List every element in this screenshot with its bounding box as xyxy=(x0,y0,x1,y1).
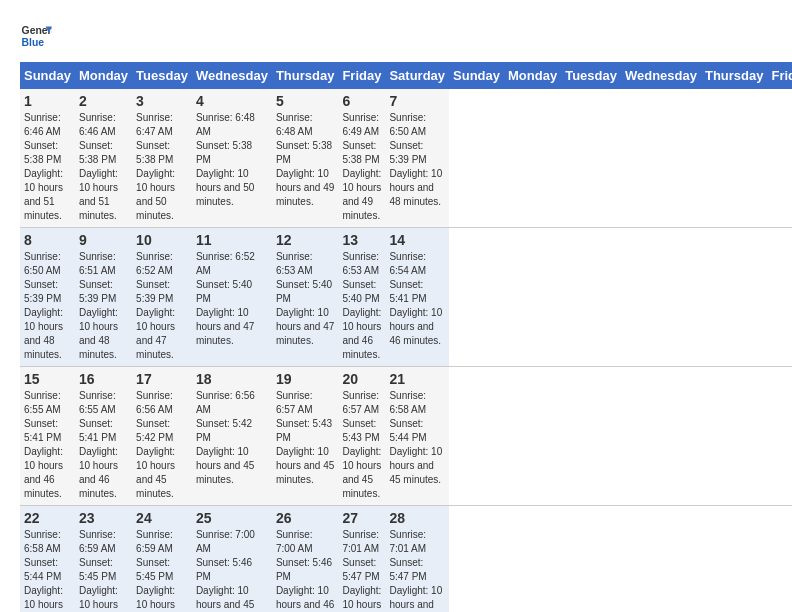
day-info: Sunrise: 6:46 AM Sunset: 5:38 PM Dayligh… xyxy=(24,111,71,223)
calendar-cell: 18 Sunrise: 6:56 AM Sunset: 5:42 PM Dayl… xyxy=(192,367,272,506)
day-info: Sunrise: 6:50 AM Sunset: 5:39 PM Dayligh… xyxy=(24,250,71,362)
logo: General Blue xyxy=(20,20,52,52)
day-info: Sunrise: 6:57 AM Sunset: 5:43 PM Dayligh… xyxy=(342,389,381,501)
day-info: Sunrise: 6:53 AM Sunset: 5:40 PM Dayligh… xyxy=(342,250,381,362)
col-header-friday: Friday xyxy=(338,62,385,89)
day-info: Sunrise: 6:56 AM Sunset: 5:42 PM Dayligh… xyxy=(196,389,268,487)
calendar-cell: 27 Sunrise: 7:01 AM Sunset: 5:47 PM Dayl… xyxy=(338,506,385,613)
calendar-cell: 2 Sunrise: 6:46 AM Sunset: 5:38 PM Dayli… xyxy=(75,89,132,228)
day-info: Sunrise: 6:52 AM Sunset: 5:40 PM Dayligh… xyxy=(196,250,268,348)
day-info: Sunrise: 6:47 AM Sunset: 5:38 PM Dayligh… xyxy=(136,111,188,223)
day-number: 2 xyxy=(79,93,128,109)
calendar-cell: 10 Sunrise: 6:52 AM Sunset: 5:39 PM Dayl… xyxy=(132,228,192,367)
calendar-cell: 28 Sunrise: 7:01 AM Sunset: 5:47 PM Dayl… xyxy=(385,506,449,613)
calendar-cell: 12 Sunrise: 6:53 AM Sunset: 5:40 PM Dayl… xyxy=(272,228,339,367)
day-number: 4 xyxy=(196,93,268,109)
calendar-cell: 7 Sunrise: 6:50 AM Sunset: 5:39 PM Dayli… xyxy=(385,89,449,228)
week-row-4: 22 Sunrise: 6:58 AM Sunset: 5:44 PM Dayl… xyxy=(20,506,792,613)
day-number: 11 xyxy=(196,232,268,248)
day-info: Sunrise: 6:46 AM Sunset: 5:38 PM Dayligh… xyxy=(79,111,128,223)
calendar-cell: 4 Sunrise: 6:48 AM Sunset: 5:38 PM Dayli… xyxy=(192,89,272,228)
day-number: 5 xyxy=(276,93,335,109)
col-header-friday: Friday xyxy=(767,62,792,89)
col-header-saturday: Saturday xyxy=(385,62,449,89)
calendar-table: SundayMondayTuesdayWednesdayThursdayFrid… xyxy=(20,62,792,612)
day-number: 16 xyxy=(79,371,128,387)
day-info: Sunrise: 6:55 AM Sunset: 5:41 PM Dayligh… xyxy=(79,389,128,501)
day-number: 1 xyxy=(24,93,71,109)
day-number: 26 xyxy=(276,510,335,526)
calendar-cell: 6 Sunrise: 6:49 AM Sunset: 5:38 PM Dayli… xyxy=(338,89,385,228)
week-row-1: 1 Sunrise: 6:46 AM Sunset: 5:38 PM Dayli… xyxy=(20,89,792,228)
day-number: 10 xyxy=(136,232,188,248)
calendar-cell: 11 Sunrise: 6:52 AM Sunset: 5:40 PM Dayl… xyxy=(192,228,272,367)
week-row-2: 8 Sunrise: 6:50 AM Sunset: 5:39 PM Dayli… xyxy=(20,228,792,367)
col-header-monday: Monday xyxy=(75,62,132,89)
calendar-cell: 5 Sunrise: 6:48 AM Sunset: 5:38 PM Dayli… xyxy=(272,89,339,228)
day-number: 24 xyxy=(136,510,188,526)
calendar-cell: 14 Sunrise: 6:54 AM Sunset: 5:41 PM Dayl… xyxy=(385,228,449,367)
calendar-cell: 21 Sunrise: 6:58 AM Sunset: 5:44 PM Dayl… xyxy=(385,367,449,506)
day-info: Sunrise: 6:54 AM Sunset: 5:41 PM Dayligh… xyxy=(389,250,445,348)
calendar-cell: 3 Sunrise: 6:47 AM Sunset: 5:38 PM Dayli… xyxy=(132,89,192,228)
day-number: 12 xyxy=(276,232,335,248)
col-header-thursday: Thursday xyxy=(701,62,768,89)
calendar-cell: 22 Sunrise: 6:58 AM Sunset: 5:44 PM Dayl… xyxy=(20,506,75,613)
day-number: 15 xyxy=(24,371,71,387)
day-info: Sunrise: 6:52 AM Sunset: 5:39 PM Dayligh… xyxy=(136,250,188,362)
day-info: Sunrise: 6:48 AM Sunset: 5:38 PM Dayligh… xyxy=(276,111,335,209)
calendar-cell: 20 Sunrise: 6:57 AM Sunset: 5:43 PM Dayl… xyxy=(338,367,385,506)
calendar-header-row: SundayMondayTuesdayWednesdayThursdayFrid… xyxy=(20,62,792,89)
day-info: Sunrise: 6:48 AM Sunset: 5:38 PM Dayligh… xyxy=(196,111,268,209)
calendar-cell: 8 Sunrise: 6:50 AM Sunset: 5:39 PM Dayli… xyxy=(20,228,75,367)
calendar-cell: 9 Sunrise: 6:51 AM Sunset: 5:39 PM Dayli… xyxy=(75,228,132,367)
calendar-cell: 13 Sunrise: 6:53 AM Sunset: 5:40 PM Dayl… xyxy=(338,228,385,367)
calendar-cell: 26 Sunrise: 7:00 AM Sunset: 5:46 PM Dayl… xyxy=(272,506,339,613)
calendar-cell: 17 Sunrise: 6:56 AM Sunset: 5:42 PM Dayl… xyxy=(132,367,192,506)
day-info: Sunrise: 7:01 AM Sunset: 5:47 PM Dayligh… xyxy=(342,528,381,612)
day-number: 19 xyxy=(276,371,335,387)
col-header-monday: Monday xyxy=(504,62,561,89)
logo-icon: General Blue xyxy=(20,20,52,52)
day-info: Sunrise: 6:59 AM Sunset: 5:45 PM Dayligh… xyxy=(136,528,188,612)
day-info: Sunrise: 7:00 AM Sunset: 5:46 PM Dayligh… xyxy=(196,528,268,612)
day-number: 9 xyxy=(79,232,128,248)
day-info: Sunrise: 6:57 AM Sunset: 5:43 PM Dayligh… xyxy=(276,389,335,487)
day-number: 22 xyxy=(24,510,71,526)
day-number: 25 xyxy=(196,510,268,526)
day-info: Sunrise: 6:58 AM Sunset: 5:44 PM Dayligh… xyxy=(389,389,445,487)
col-header-sunday: Sunday xyxy=(449,62,504,89)
day-number: 3 xyxy=(136,93,188,109)
col-header-sunday: Sunday xyxy=(20,62,75,89)
calendar-cell: 16 Sunrise: 6:55 AM Sunset: 5:41 PM Dayl… xyxy=(75,367,132,506)
svg-text:Blue: Blue xyxy=(22,37,45,48)
day-number: 8 xyxy=(24,232,71,248)
calendar-cell: 25 Sunrise: 7:00 AM Sunset: 5:46 PM Dayl… xyxy=(192,506,272,613)
calendar-cell: 24 Sunrise: 6:59 AM Sunset: 5:45 PM Dayl… xyxy=(132,506,192,613)
page-header: General Blue xyxy=(20,20,772,52)
day-info: Sunrise: 6:51 AM Sunset: 5:39 PM Dayligh… xyxy=(79,250,128,362)
col-header-tuesday: Tuesday xyxy=(132,62,192,89)
day-number: 13 xyxy=(342,232,381,248)
col-header-wednesday: Wednesday xyxy=(192,62,272,89)
day-number: 7 xyxy=(389,93,445,109)
day-number: 18 xyxy=(196,371,268,387)
col-header-thursday: Thursday xyxy=(272,62,339,89)
calendar-cell: 1 Sunrise: 6:46 AM Sunset: 5:38 PM Dayli… xyxy=(20,89,75,228)
day-info: Sunrise: 6:58 AM Sunset: 5:44 PM Dayligh… xyxy=(24,528,71,612)
calendar-cell: 15 Sunrise: 6:55 AM Sunset: 5:41 PM Dayl… xyxy=(20,367,75,506)
week-row-3: 15 Sunrise: 6:55 AM Sunset: 5:41 PM Dayl… xyxy=(20,367,792,506)
col-header-tuesday: Tuesday xyxy=(561,62,621,89)
day-info: Sunrise: 7:00 AM Sunset: 5:46 PM Dayligh… xyxy=(276,528,335,612)
day-number: 17 xyxy=(136,371,188,387)
day-number: 20 xyxy=(342,371,381,387)
day-info: Sunrise: 6:59 AM Sunset: 5:45 PM Dayligh… xyxy=(79,528,128,612)
col-header-wednesday: Wednesday xyxy=(621,62,701,89)
day-info: Sunrise: 6:56 AM Sunset: 5:42 PM Dayligh… xyxy=(136,389,188,501)
day-number: 27 xyxy=(342,510,381,526)
calendar-cell: 19 Sunrise: 6:57 AM Sunset: 5:43 PM Dayl… xyxy=(272,367,339,506)
day-info: Sunrise: 6:49 AM Sunset: 5:38 PM Dayligh… xyxy=(342,111,381,223)
day-number: 28 xyxy=(389,510,445,526)
day-info: Sunrise: 6:50 AM Sunset: 5:39 PM Dayligh… xyxy=(389,111,445,209)
day-number: 14 xyxy=(389,232,445,248)
